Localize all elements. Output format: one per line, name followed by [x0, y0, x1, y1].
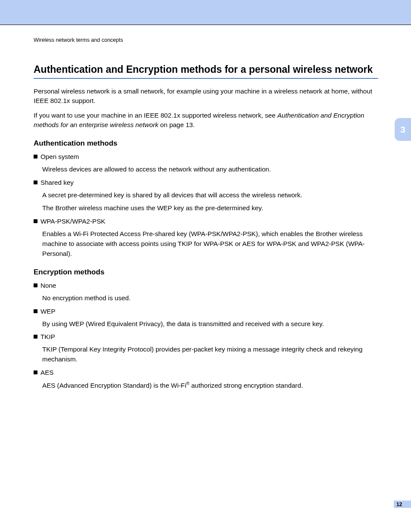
square-bullet-icon	[34, 180, 37, 184]
auth-methods-list: Open systemWireless devices are allowed …	[34, 152, 378, 258]
list-item: WEPBy using WEP (Wired Equivalent Privac…	[34, 307, 378, 329]
list-item: Open systemWireless devices are allowed …	[34, 152, 378, 174]
list-item-desc: No encryption method is used.	[42, 293, 378, 303]
list-item-desc: Wireless devices are allowed to access t…	[42, 165, 378, 174]
header-rule	[0, 25, 411, 25]
list-item-desc: Enables a Wi-Fi Protected Access Pre-sha…	[42, 229, 378, 258]
list-item-name: WPA-PSK/WPA2-PSK	[40, 217, 106, 227]
list-item-head: WEP	[34, 307, 378, 317]
list-item: WPA-PSK/WPA2-PSKEnables a Wi-Fi Protecte…	[34, 217, 378, 258]
list-item-name: WEP	[40, 307, 56, 317]
list-item-name: TKIP	[40, 332, 55, 342]
page-number: 12	[394, 501, 411, 508]
intro-p2-text-a: If you want to use your machine in an IE…	[34, 112, 277, 119]
page-content: Wireless network terms and concepts Auth…	[34, 37, 378, 394]
list-item: AESAES (Advanced Encryption Standard) is…	[34, 368, 378, 391]
list-item-name: AES	[40, 368, 53, 378]
list-item-head: None	[34, 281, 378, 291]
list-item-desc: AES (Advanced Encryption Standard) is th…	[42, 380, 378, 391]
running-head: Wireless network terms and concepts	[34, 37, 378, 43]
list-item-desc: A secret pre-determined key is shared by…	[42, 190, 378, 200]
list-item: NoneNo encryption method is used.	[34, 281, 378, 303]
square-bullet-icon	[34, 309, 37, 313]
square-bullet-icon	[34, 155, 37, 159]
intro-paragraph-1: Personal wireless network is a small net…	[34, 87, 378, 106]
square-bullet-icon	[34, 370, 37, 374]
list-item: TKIPTKIP (Temporal Key Integrity Protoco…	[34, 332, 378, 364]
auth-methods-heading: Authentication methods	[34, 139, 378, 148]
enc-methods-heading: Encryption methods	[34, 268, 378, 277]
list-item-head: AES	[34, 368, 378, 378]
list-item-name: Shared key	[40, 178, 74, 188]
chapter-tab: 3	[395, 118, 411, 141]
intro-paragraph-2: If you want to use your machine in an IE…	[34, 111, 378, 130]
intro-p2-text-b: on page 13.	[159, 121, 195, 128]
square-bullet-icon	[34, 283, 37, 287]
list-item-name: Open system	[40, 152, 79, 162]
section-title-text: Authentication and Encryption methods fo…	[34, 64, 373, 75]
section-title: Authentication and Encryption methods fo…	[34, 64, 378, 79]
list-item-head: Shared key	[34, 178, 378, 188]
list-item-head: Open system	[34, 152, 378, 162]
square-bullet-icon	[34, 335, 37, 339]
list-item-head: WPA-PSK/WPA2-PSK	[34, 217, 378, 227]
list-item-desc: By using WEP (Wired Equivalent Privacy),…	[42, 319, 378, 329]
header-bar	[0, 0, 411, 25]
enc-methods-list: NoneNo encryption method is used.WEPBy u…	[34, 281, 378, 390]
list-item-desc: The Brother wireless machine uses the WE…	[42, 203, 378, 213]
square-bullet-icon	[34, 219, 37, 223]
list-item: Shared keyA secret pre-determined key is…	[34, 178, 378, 213]
list-item-desc: TKIP (Temporal Key Integrity Protocol) p…	[42, 345, 378, 364]
list-item-name: None	[40, 281, 56, 291]
list-item-head: TKIP	[34, 332, 378, 342]
